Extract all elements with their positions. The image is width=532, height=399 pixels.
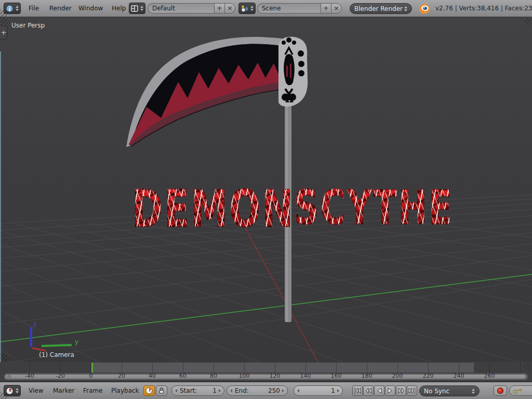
timeline-gridline [275,363,275,373]
jump-to-start-button[interactable] [352,385,363,396]
viewport-3d[interactable]: z y DEMON SCYTHE User Persp (1) Camera + [0,17,532,362]
mount-red-slit [286,65,288,77]
lock-time-button[interactable] [156,385,167,396]
model-text-demon[interactable]: DEMON [132,183,295,234]
increment-arrow-icon[interactable] [219,389,221,392]
menu-frame[interactable]: Frame [83,382,102,399]
increment-arrow-icon[interactable] [337,389,339,392]
ruler-tick-label: -40 [25,373,34,379]
ruler-tick-label: 180 [362,373,373,379]
mount-red-slit [290,63,291,78]
frame-end-label: End: [235,387,249,394]
info-icon [6,5,14,12]
preview-clock-icon [145,387,153,394]
scene-browse-button[interactable] [238,3,256,14]
render-engine-dropdown[interactable]: Blender Render [350,3,412,14]
ruler-tick-label: 240 [454,373,464,379]
clock-icon [6,387,14,395]
timeline-editor[interactable]: -40-200204060801001201401601802002202402… [0,362,532,382]
scene-browse-arrows [250,6,254,11]
decrement-arrow-icon[interactable] [175,389,177,392]
key-icon [513,387,523,394]
prev-keyframe-button[interactable] [363,385,374,396]
area-corner-widget[interactable] [524,18,531,25]
auto-keyframe-record-button[interactable] [494,385,507,396]
play-reverse-button[interactable] [374,385,384,396]
toolshelf-tab[interactable]: + [0,25,8,39]
timeline-gridline [244,363,245,373]
timeline-gridline [428,363,429,373]
ruler-tick-label: 220 [423,373,434,379]
close-layout-button[interactable]: × [224,3,235,14]
mini-axis-gizmo: z y [31,321,78,351]
decrement-arrow-icon[interactable] [230,389,232,392]
blender-window: File Render Window Help Default + × Scen… [0,0,532,399]
timeline-gridline [336,363,337,373]
current-frame-field[interactable]: 1 [294,385,343,396]
model-text-scythe[interactable]: SCYTHE [294,184,454,232]
area-corner-widget[interactable] [0,10,7,17]
use-preview-range-button[interactable] [143,385,155,396]
frame-end-field[interactable]: End: 250 [227,385,288,396]
editor-type-arrows [16,6,19,11]
menu-playback[interactable]: Playback [111,382,139,399]
ruler-tick-label: 260 [484,373,495,379]
add-layout-button[interactable]: + [214,3,225,14]
screen-layout-name-field[interactable]: Default [148,3,214,14]
scene-stats: v2.76 | Verts:38,416 | Faces:23,85 [435,0,532,17]
frame-start-field[interactable]: Start: 1 [171,385,224,396]
ruler-tick-label: 60 [179,373,187,379]
increment-arrow-icon[interactable] [282,389,284,392]
timeline-ruler[interactable]: -40-200204060801001201401601802002202402… [0,372,532,381]
area-corner-widget[interactable] [1,354,7,361]
timeline-editor-arrows [16,388,19,393]
decrement-arrow-icon[interactable] [297,389,299,392]
ruler-tick-label: 20 [118,373,125,379]
close-scene-button[interactable]: × [331,3,342,14]
area-corner-widget[interactable] [1,18,7,25]
menu-help[interactable]: Help [112,0,126,17]
area-corner-widget[interactable] [0,392,7,399]
menu-file[interactable]: File [29,0,39,17]
active-object-label: (1) Camera [39,351,74,358]
frame-start-label: Start: [180,387,197,394]
timeline-frame-range [92,363,474,373]
screen-layout-arrows [140,6,143,11]
ruler-tick-label: 40 [149,373,156,379]
sync-mode-label: No Sync [424,388,449,395]
jump-end-icon [408,388,416,394]
ruler-tick-label: 120 [270,373,281,379]
timeline-band[interactable] [0,363,532,373]
scene-name-field[interactable]: Scene [257,3,321,14]
timeline-gridline [305,363,306,373]
ruler-tick-label: 0 [89,373,93,379]
screen-layout-button[interactable] [129,3,145,14]
add-scene-button[interactable]: + [321,3,331,14]
scene-icon [241,5,248,12]
y-axis-line [0,274,532,342]
screen-layout-icon [131,5,138,12]
info-header: File Render Window Help Default + × Scen… [0,0,532,17]
gizmo-y-axis [42,345,72,346]
keying-set-button[interactable] [509,385,532,396]
next-keyframe-button[interactable] [396,385,406,396]
timeline-gridline [152,363,153,373]
timeline-header: View Marker Frame Playback Start: 1 End [0,382,532,399]
menu-view[interactable]: View [29,382,43,399]
ruler-tick-label: 80 [210,373,217,379]
ruler-tick-label: 160 [331,373,342,379]
gizmo-z-label: z [33,321,36,328]
timeline-playhead[interactable] [91,363,93,373]
sync-mode-dropdown[interactable]: No Sync [419,385,480,396]
menu-render[interactable]: Render [49,0,72,17]
menu-marker[interactable]: Marker [53,382,74,399]
blender-logo [419,3,430,15]
area-corner-widget[interactable] [524,363,531,370]
jump-to-end-button[interactable] [407,385,417,396]
timeline-gridline [397,363,398,373]
frame-end-value: 250 [268,387,280,394]
play-reverse-icon [377,388,382,394]
play-button[interactable] [385,385,395,396]
timeline-gridline [459,363,459,373]
menu-window[interactable]: Window [78,0,103,17]
